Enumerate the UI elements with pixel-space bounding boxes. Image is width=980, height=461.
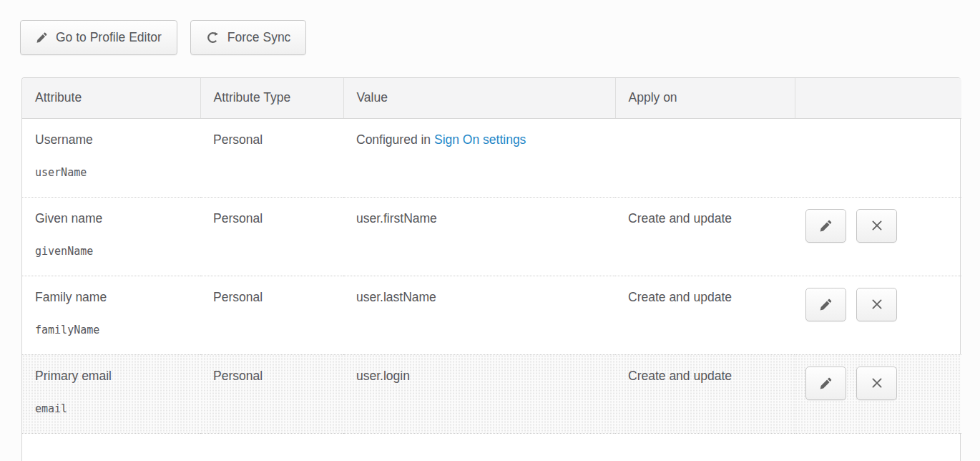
- apply-on-cell: Create and update: [615, 354, 795, 433]
- sign-on-settings-link[interactable]: Sign On settings: [434, 132, 526, 147]
- attribute-label: Username: [35, 132, 187, 147]
- table-row-username: Username userName Personal Configured in…: [22, 118, 961, 197]
- edit-attribute-button[interactable]: [805, 209, 846, 243]
- apply-on-cell: [615, 118, 795, 197]
- header-attribute: Attribute: [22, 78, 200, 118]
- remove-attribute-button[interactable]: [856, 209, 897, 243]
- attribute-label: Family name: [35, 290, 187, 305]
- table-row-family-name: Family name familyName Personal user.las…: [22, 276, 961, 354]
- header-value: Value: [343, 78, 615, 118]
- attribute-key: givenName: [35, 245, 187, 258]
- go-to-profile-editor-label: Go to Profile Editor: [56, 30, 162, 45]
- pencil-icon: [819, 219, 833, 233]
- pencil-icon: [36, 31, 48, 44]
- table-row-given-name: Given name givenName Personal user.first…: [22, 197, 961, 276]
- refresh-icon: [206, 31, 220, 44]
- attribute-type-cell: Personal: [200, 197, 343, 276]
- close-icon: [870, 297, 884, 311]
- attribute-type-cell: Personal: [200, 354, 343, 433]
- attribute-label: Given name: [35, 211, 187, 226]
- value-cell: user.login: [343, 354, 615, 433]
- force-sync-label: Force Sync: [227, 30, 291, 45]
- remove-attribute-button[interactable]: [856, 288, 897, 321]
- header-apply-on: Apply on: [615, 78, 795, 118]
- table-row-primary-email: Primary email email Personal user.login …: [22, 354, 961, 433]
- attribute-label: Primary email: [35, 369, 187, 384]
- remove-attribute-button[interactable]: [856, 367, 897, 400]
- edit-attribute-button[interactable]: [805, 367, 846, 400]
- table-row-partial: [22, 433, 961, 461]
- force-sync-button[interactable]: Force Sync: [190, 20, 307, 55]
- toolbar: Go to Profile Editor Force Sync: [20, 20, 980, 55]
- pencil-icon: [819, 377, 833, 390]
- table-header-row: Attribute Attribute Type Value Apply on: [22, 78, 961, 118]
- value-text: Configured in: [356, 132, 434, 147]
- header-actions: [795, 78, 961, 118]
- go-to-profile-editor-button[interactable]: Go to Profile Editor: [20, 20, 177, 55]
- attribute-mapping-table: Attribute Attribute Type Value Apply on …: [21, 77, 961, 461]
- value-cell: user.lastName: [343, 276, 615, 354]
- close-icon: [870, 376, 884, 390]
- attribute-key: familyName: [35, 324, 187, 337]
- value-cell: user.firstName: [343, 197, 615, 276]
- header-attribute-type: Attribute Type: [200, 78, 343, 118]
- close-icon: [870, 218, 884, 233]
- apply-on-cell: Create and update: [615, 276, 795, 354]
- attribute-type-cell: Personal: [200, 276, 343, 354]
- pencil-icon: [819, 298, 833, 311]
- attribute-key: userName: [35, 166, 187, 180]
- edit-attribute-button[interactable]: [805, 288, 846, 321]
- apply-on-cell: Create and update: [615, 197, 795, 276]
- attribute-type-cell: Personal: [200, 118, 343, 197]
- attribute-key: email: [35, 402, 187, 416]
